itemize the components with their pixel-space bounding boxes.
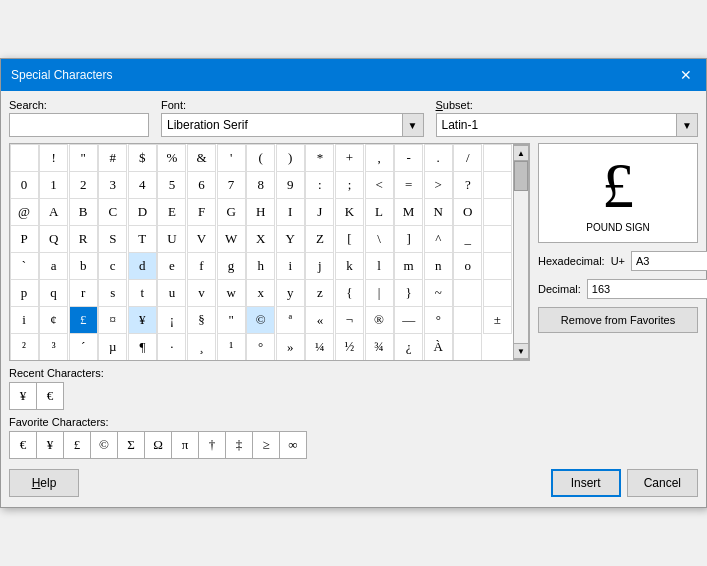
char-cell[interactable]: E (157, 198, 186, 226)
favorite-char-cell[interactable]: ≥ (252, 431, 280, 459)
char-cell[interactable]: ; (335, 171, 364, 199)
char-cell[interactable]: h (246, 252, 275, 280)
char-cell[interactable]: R (69, 225, 98, 253)
char-cell[interactable]: X (246, 225, 275, 253)
char-cell[interactable]: £ (69, 306, 98, 334)
char-cell[interactable]: g (217, 252, 246, 280)
char-cell[interactable]: I (276, 198, 305, 226)
char-cell[interactable]: ´ (69, 333, 98, 361)
char-cell[interactable]: ¹ (217, 333, 246, 361)
favorite-char-cell[interactable]: † (198, 431, 226, 459)
char-cell[interactable]: r (69, 279, 98, 307)
char-cell[interactable]: 2 (69, 171, 98, 199)
char-cell[interactable]: C (98, 198, 127, 226)
scroll-down-button[interactable]: ▼ (513, 343, 529, 359)
char-cell[interactable]: N (424, 198, 453, 226)
char-cell[interactable] (483, 279, 512, 307)
char-cell[interactable]: F (187, 198, 216, 226)
scrollbar[interactable]: ▲ ▼ (513, 144, 529, 360)
char-cell[interactable]: = (394, 171, 423, 199)
char-cell[interactable]: 8 (246, 171, 275, 199)
char-cell[interactable]: J (305, 198, 334, 226)
char-cell[interactable]: ² (10, 333, 39, 361)
char-cell[interactable]: i (276, 252, 305, 280)
char-cell[interactable]: n (424, 252, 453, 280)
char-cell[interactable]: . (424, 144, 453, 172)
char-cell[interactable]: k (335, 252, 364, 280)
char-cell[interactable]: d (128, 252, 157, 280)
char-cell[interactable]: y (276, 279, 305, 307)
char-cell[interactable]: ¾ (365, 333, 394, 361)
char-cell[interactable]: G (217, 198, 246, 226)
char-cell[interactable]: ° (246, 333, 275, 361)
char-cell[interactable]: q (39, 279, 68, 307)
char-cell[interactable]: § (187, 306, 216, 334)
char-cell[interactable]: s (98, 279, 127, 307)
favorite-char-cell[interactable]: π (171, 431, 199, 459)
char-cell[interactable]: : (305, 171, 334, 199)
char-cell[interactable]: " (217, 306, 246, 334)
char-cell[interactable]: 1 (39, 171, 68, 199)
char-cell[interactable]: ~ (424, 279, 453, 307)
char-cell[interactable]: T (128, 225, 157, 253)
char-cell[interactable]: 6 (187, 171, 216, 199)
hex-input[interactable] (631, 251, 707, 271)
char-cell[interactable]: ° (424, 306, 453, 334)
char-cell[interactable]: ¿ (394, 333, 423, 361)
char-cell[interactable]: Q (39, 225, 68, 253)
char-cell[interactable]: ) (276, 144, 305, 172)
char-cell[interactable]: ¸ (187, 333, 216, 361)
char-cell[interactable]: ¼ (305, 333, 334, 361)
char-cell[interactable]: K (335, 198, 364, 226)
char-cell[interactable]: l (365, 252, 394, 280)
char-cell[interactable] (483, 198, 512, 226)
char-cell[interactable]: S (98, 225, 127, 253)
scroll-up-button[interactable]: ▲ (513, 145, 529, 161)
char-cell[interactable]: M (394, 198, 423, 226)
char-cell[interactable]: U (157, 225, 186, 253)
char-cell[interactable]: , (365, 144, 394, 172)
font-select[interactable]: Liberation Serif (161, 113, 424, 137)
char-cell[interactable]: - (394, 144, 423, 172)
char-cell[interactable]: ¥ (128, 306, 157, 334)
char-cell[interactable]: t (128, 279, 157, 307)
remove-favorites-button[interactable]: Remove from Favorites (538, 307, 698, 333)
char-cell[interactable] (483, 252, 512, 280)
char-cell[interactable]: ' (217, 144, 246, 172)
char-cell[interactable]: ¢ (39, 306, 68, 334)
char-cell[interactable]: ` (10, 252, 39, 280)
char-cell[interactable]: ¡ (157, 306, 186, 334)
char-cell[interactable]: p (10, 279, 39, 307)
char-cell[interactable]: µ (98, 333, 127, 361)
char-cell[interactable]: / (453, 144, 482, 172)
char-cell[interactable]: j (305, 252, 334, 280)
char-cell[interactable] (453, 279, 482, 307)
char-cell[interactable]: À (424, 333, 453, 361)
char-cell[interactable] (453, 306, 482, 334)
char-cell[interactable]: x (246, 279, 275, 307)
char-cell[interactable]: 5 (157, 171, 186, 199)
char-cell[interactable] (453, 333, 482, 361)
recent-char-cell[interactable]: ¥ (9, 382, 37, 410)
char-cell[interactable]: ¬ (335, 306, 364, 334)
char-cell[interactable]: ³ (39, 333, 68, 361)
recent-char-cell[interactable]: € (36, 382, 64, 410)
char-cell[interactable]: @ (10, 198, 39, 226)
char-cell[interactable]: A (39, 198, 68, 226)
favorite-char-cell[interactable]: ¥ (36, 431, 64, 459)
char-cell[interactable]: L (365, 198, 394, 226)
char-cell[interactable]: m (394, 252, 423, 280)
char-cell[interactable]: " (69, 144, 98, 172)
help-button[interactable]: Help (9, 469, 79, 497)
char-cell[interactable]: v (187, 279, 216, 307)
char-cell[interactable]: ª (276, 306, 305, 334)
scroll-thumb[interactable] (514, 161, 528, 191)
char-cell[interactable]: » (276, 333, 305, 361)
favorite-char-cell[interactable]: ∞ (279, 431, 307, 459)
favorite-char-cell[interactable]: Σ (117, 431, 145, 459)
char-cell[interactable]: · (157, 333, 186, 361)
insert-button[interactable]: Insert (551, 469, 621, 497)
char-cell[interactable]: ¤ (98, 306, 127, 334)
char-cell[interactable]: ½ (335, 333, 364, 361)
char-cell[interactable] (483, 171, 512, 199)
